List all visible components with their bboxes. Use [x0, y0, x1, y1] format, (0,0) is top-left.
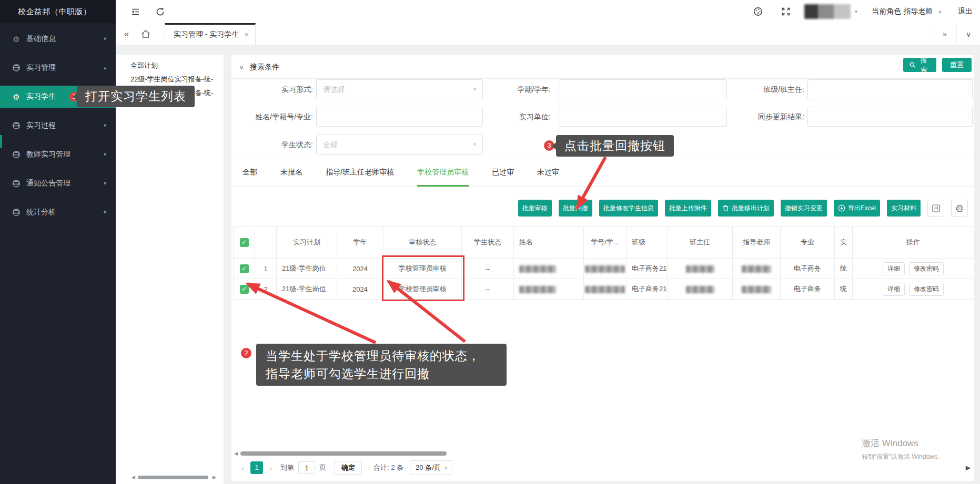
action-button-导出Excel[interactable]: 导出Excel [834, 200, 880, 217]
text-input-field[interactable] [559, 79, 727, 99]
status-filter-tabs: 全部未报名指导/班主任老师审核学校管理员审核已过审未过审 [231, 159, 974, 187]
column-settings-icon-button[interactable] [927, 200, 944, 217]
row-action-详细[interactable]: 详细 [883, 283, 905, 296]
sidebar-item-教师实习管理[interactable]: 教师实习管理▼ [0, 143, 116, 166]
print-icon-button[interactable] [951, 200, 968, 217]
filter-tab-未报名[interactable]: 未报名 [280, 159, 302, 187]
tabs-scroll-left-icon[interactable]: « [124, 29, 129, 39]
chevron-down-icon: ▼ [472, 135, 477, 154]
scrollbar-thumb[interactable] [240, 451, 447, 456]
text-input-field[interactable] [559, 107, 727, 127]
row-action-修改密码[interactable]: 修改密码 [909, 262, 944, 275]
chevron-down-icon: ∨ [239, 64, 244, 70]
cell-form: 统 [835, 279, 853, 300]
select-field[interactable]: 全部▼ [316, 135, 483, 155]
filter-tab-已过审[interactable]: 已过审 [492, 159, 514, 187]
name-redacted [519, 286, 556, 293]
sidebar-item-实习过程[interactable]: 实习过程▼ [0, 115, 116, 137]
action-button-批量修改学生信息[interactable]: 批量修改学生信息 [599, 200, 658, 217]
filter-tab-未过审[interactable]: 未过审 [537, 159, 559, 187]
header-cell: 姓名 [514, 226, 584, 259]
select-all-checkbox[interactable]: ✓ [240, 238, 249, 247]
sidebar-item-统计分析[interactable]: 统计分析▼ [0, 201, 116, 223]
chevron-down-icon: ▼ [103, 36, 107, 42]
tabs-dropdown-icon[interactable]: ∨ [956, 24, 980, 44]
theme-palette-icon[interactable] [753, 6, 763, 17]
header-cell: 操作 [853, 226, 974, 259]
text-input-field[interactable] [807, 107, 973, 127]
field-label: 实习单位: [472, 107, 551, 127]
plan-list-item[interactable]: 全部计划 [130, 59, 224, 73]
sidebar-item-实习管理[interactable]: 实习管理▲ [0, 57, 116, 79]
prev-page-icon[interactable]: ‹ [239, 464, 246, 472]
student-id-redacted [585, 265, 625, 273]
select-value: 请选择 [323, 80, 345, 99]
filter-tab-学校管理员审核[interactable]: 学校管理员审核 [417, 159, 469, 187]
filter-tab-全部[interactable]: 全部 [243, 159, 257, 187]
plan-list-panel: 全部计划22级-学生岗位实习报备-统-22级-学生岗位实习报备-统- ◀ ▶ [116, 55, 224, 484]
cell-head-teacher [668, 259, 733, 279]
sidebar-item-基础信息[interactable]: ⚙基础信息▼ [0, 28, 116, 50]
reset-button[interactable]: 重置 [942, 58, 972, 72]
action-button-批量上传附件[interactable]: 批量上传附件 [665, 200, 711, 217]
scroll-left-icon[interactable]: ◀ [132, 475, 135, 480]
row-checkbox[interactable]: ✓ [240, 285, 249, 294]
text-input-field[interactable] [807, 79, 973, 99]
user-avatar[interactable] [804, 4, 851, 19]
table-row: ✓121级-学生岗位2024学校管理员审核--电子商务2103电子商务统详细修改… [234, 259, 974, 279]
row-action-详细[interactable]: 详细 [883, 262, 905, 275]
scroll-right-icon[interactable]: ▶ [213, 475, 216, 480]
sidebar-item-label: 实习学生 [26, 92, 67, 101]
list-circle-icon [12, 64, 21, 71]
table-horizontal-scrollbar[interactable]: ◀ [234, 451, 971, 457]
collapse-menu-icon[interactable] [130, 7, 140, 17]
tab-close-icon[interactable]: × [244, 30, 248, 39]
guide-teacher-redacted [742, 286, 771, 293]
current-page-button[interactable]: 1 [250, 461, 263, 474]
scroll-right-icon[interactable]: ▶ [966, 464, 971, 471]
header-cell: 学生状态 [462, 226, 514, 259]
scroll-left-icon[interactable]: ◀ [234, 451, 238, 456]
current-role-selector[interactable]: 当前角色 指导老师 ▼ [872, 7, 942, 16]
cell-student-status: -- [462, 279, 514, 300]
search-button[interactable]: 搜索 [903, 58, 936, 72]
user-menu-caret-icon[interactable]: ▼ [854, 9, 858, 14]
sidebar-item-label: 实习过程 [26, 121, 103, 130]
scrollbar-thumb[interactable] [138, 476, 208, 479]
page-unit-label: 页 [319, 463, 326, 472]
action-button-实习材料[interactable]: 实习材料 [887, 200, 921, 217]
page-size-select[interactable]: 20 条/页 ∨ [411, 460, 452, 475]
fullscreen-icon[interactable] [781, 7, 791, 16]
action-button-批量审核[interactable]: 批量审核 [518, 200, 552, 217]
action-button-批量移出计划[interactable]: 批量移出计划 [718, 200, 774, 217]
sidebar-item-label: 统计分析 [26, 208, 103, 217]
search-conditions-toggle[interactable]: ∨ 搜索条件 [239, 55, 279, 78]
row-checkbox[interactable]: ✓ [240, 264, 249, 273]
sidebar: 校企益邦（中职版） ⚙基础信息▼实习管理▲⚙实习学生1实习过程▼教师实习管理▼通… [0, 0, 116, 484]
refresh-icon[interactable] [155, 7, 165, 17]
annotation-step1-tooltip: 打开实习学生列表 [77, 86, 195, 107]
logout-button[interactable]: 退出 [958, 7, 973, 16]
chevron-down-icon: ▼ [103, 181, 107, 186]
text-input-field[interactable] [316, 107, 483, 127]
sidebar-item-通知公告管理[interactable]: 通知公告管理▼ [0, 172, 116, 194]
header-cell: 专业 [781, 226, 835, 259]
action-button-批量回撤[interactable]: 批量回撤 [559, 200, 592, 217]
tab-internship-students[interactable]: 实习管理 - 实习学生 × [165, 23, 256, 45]
header-cell: 指导老师 [733, 226, 781, 259]
home-icon[interactable] [140, 29, 151, 39]
filter-tab-指导/班主任老师审核[interactable]: 指导/班主任老师审核 [326, 159, 394, 187]
student-id-redacted [585, 286, 625, 293]
cell-audit-status: 学校管理员审核 [383, 279, 462, 300]
cell-student-id [584, 279, 627, 300]
page-number-input[interactable] [298, 461, 315, 474]
next-page-icon[interactable]: › [267, 464, 274, 472]
row-action-修改密码[interactable]: 修改密码 [909, 283, 944, 296]
cell-name [514, 259, 584, 279]
plan-list-item[interactable]: 22级-学生岗位实习报备-统- [130, 73, 224, 86]
confirm-page-button[interactable]: 确定 [335, 461, 362, 475]
select-field[interactable]: 请选择▼ [316, 79, 483, 99]
plan-panel-scrollbar[interactable]: ◀ ▶ [116, 475, 224, 481]
action-button-撤销实习变更[interactable]: 撤销实习变更 [781, 200, 827, 217]
tabs-scroll-right-icon[interactable]: » [933, 24, 956, 44]
